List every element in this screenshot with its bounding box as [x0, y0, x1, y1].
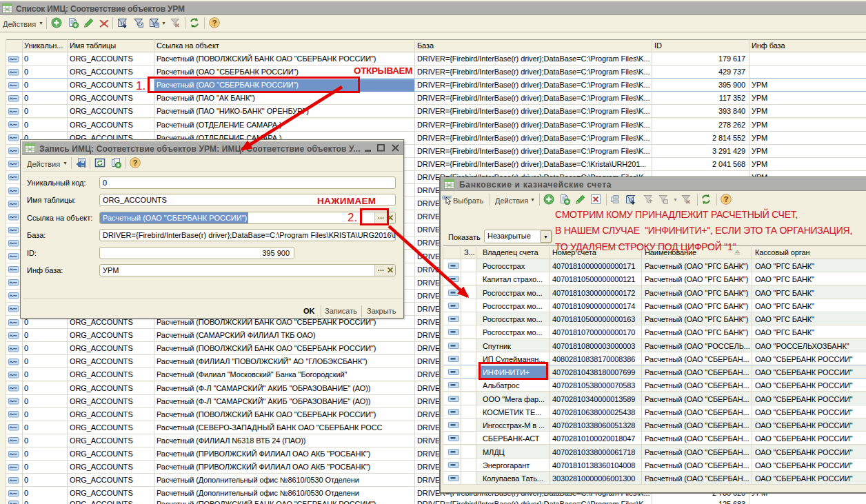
svg-text:?: ?: [723, 195, 728, 203]
svg-text:?: ?: [212, 19, 216, 27]
svg-text:?: ?: [132, 159, 137, 167]
